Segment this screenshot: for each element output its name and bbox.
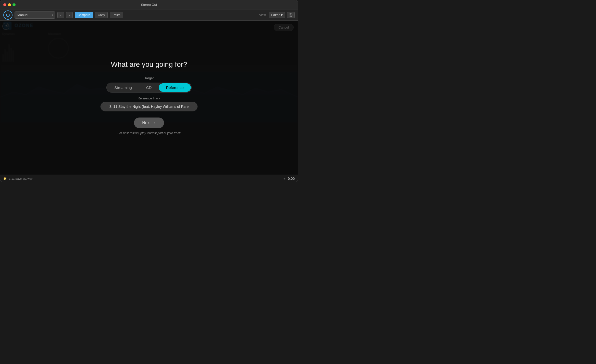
main-area: O OZONE Dynamics Maximizer: [0, 21, 298, 175]
power-button[interactable]: ⏻: [3, 10, 13, 20]
dropdown-arrow-icon: ▾: [52, 14, 53, 16]
transport-file: 1-11 Save ME.wav: [9, 177, 32, 180]
transport-bar: 📁 1-11 Save ME.wav ⏺ 0.00: [0, 175, 298, 182]
next-button[interactable]: Next →: [134, 118, 164, 128]
reference-track-label: Reference Track: [138, 97, 160, 100]
tab-streaming[interactable]: Streaming: [107, 83, 139, 92]
nav-back-icon: ‹: [60, 14, 61, 17]
link-button[interactable]: ⛓: [287, 12, 295, 18]
transport-time: 0.00: [288, 177, 295, 181]
tab-reference[interactable]: Reference: [159, 83, 191, 92]
toolbar: ⏻ Manual ▾ ‹ › Compare Copy Paste View: …: [0, 9, 298, 21]
view-text: Editor: [271, 13, 280, 17]
folder-icon: 📁: [3, 177, 7, 180]
hint-text: For best results, play loudest part of y…: [118, 131, 181, 135]
modal: What are you going for? Target Streaming…: [83, 60, 215, 135]
compare-button[interactable]: Compare: [75, 12, 93, 18]
paste-button[interactable]: Paste: [110, 12, 123, 18]
transport-circle-icon: ⏺: [283, 177, 286, 180]
next-label: Next →: [142, 121, 156, 125]
tab-streaming-label: Streaming: [114, 85, 132, 90]
preset-dropdown[interactable]: Manual ▾: [15, 11, 55, 19]
link-icon: ⛓: [289, 13, 293, 17]
view-label: View:: [259, 13, 267, 17]
power-icon: ⏻: [6, 13, 10, 17]
toolbar-right: View: Editor ▾ ⛓: [259, 12, 295, 18]
tab-cd[interactable]: CD: [139, 83, 159, 92]
nav-forward-button[interactable]: ›: [66, 12, 73, 18]
tab-cd-label: CD: [146, 85, 152, 90]
maximize-button[interactable]: [13, 3, 16, 6]
copy-button[interactable]: Copy: [95, 12, 108, 18]
window-title: Stereo Out: [141, 3, 157, 7]
nav-back-button[interactable]: ‹: [57, 12, 64, 18]
close-button[interactable]: [3, 3, 6, 6]
tab-reference-label: Reference: [166, 85, 183, 90]
preset-label: Manual: [17, 13, 50, 17]
modal-overlay: What are you going for? Target Streaming…: [0, 21, 298, 175]
minimize-button[interactable]: [8, 3, 11, 6]
nav-forward-icon: ›: [69, 14, 70, 17]
view-dropdown[interactable]: Editor ▾: [269, 12, 285, 18]
view-dropdown-arrow-icon: ▾: [281, 12, 283, 17]
target-tabs: Streaming CD Reference: [106, 83, 191, 93]
modal-question: What are you going for?: [111, 60, 187, 69]
traffic-lights: [3, 3, 16, 6]
target-label: Target: [144, 76, 154, 80]
title-bar: Stereo Out: [0, 0, 298, 9]
track-dropdown[interactable]: 3. 11 Stay the Night (feat. Hayley Willi…: [101, 102, 197, 111]
